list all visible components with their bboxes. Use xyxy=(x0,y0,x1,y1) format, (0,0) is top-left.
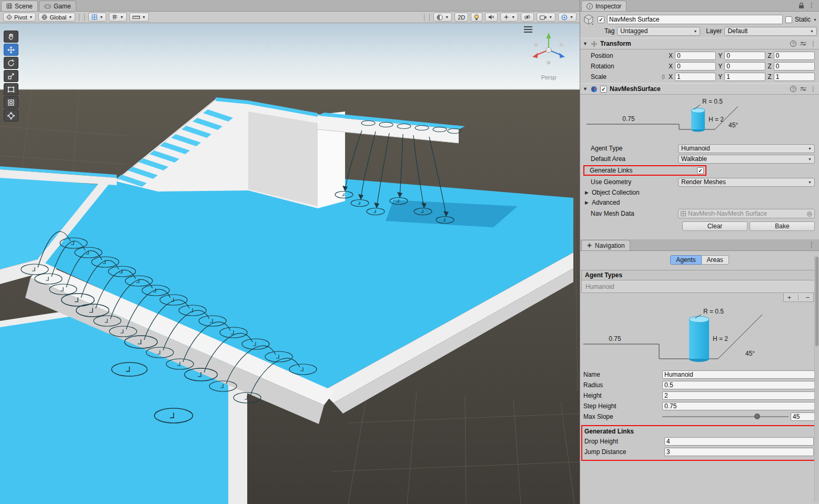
rotation-z-field[interactable] xyxy=(774,62,815,70)
measure-tool-button[interactable]: ▼ xyxy=(129,13,149,22)
max-slope-field[interactable] xyxy=(791,412,815,421)
navmeshsurface-header[interactable]: ▼ NavMeshSurface ? ⋮ xyxy=(580,83,819,95)
move-tool-button[interactable] xyxy=(4,44,18,56)
help-icon[interactable]: ? xyxy=(790,86,796,92)
radius-field[interactable] xyxy=(662,381,815,389)
scene-lighting-button[interactable] xyxy=(471,13,482,22)
inspector-menu-icon[interactable]: ⋮ xyxy=(808,2,815,9)
agent-type-item-humanoid[interactable]: Humanoid xyxy=(581,280,818,293)
foldout-icon[interactable]: ▼ xyxy=(583,41,588,46)
scale-y-field[interactable] xyxy=(724,73,765,81)
component-enabled-checkbox[interactable] xyxy=(600,86,607,93)
name-field[interactable] xyxy=(662,370,815,379)
height-label: Height xyxy=(583,392,660,399)
clear-button[interactable]: Clear xyxy=(682,221,747,231)
tab-navigation[interactable]: Navigation xyxy=(581,240,630,250)
constrain-proportions-icon[interactable] xyxy=(660,74,666,80)
layer-dropdown[interactable]: Default▼ xyxy=(724,27,817,36)
lock-icon[interactable] xyxy=(798,2,804,9)
presets-icon[interactable] xyxy=(800,86,806,92)
default-area-value: Walkable xyxy=(681,155,707,163)
object-picker-icon[interactable]: ◎ xyxy=(807,210,812,217)
transform-header[interactable]: ▼ Transform ? ⋮ xyxy=(580,38,819,49)
tab-scene[interactable]: Scene xyxy=(1,1,38,11)
max-slope-slider[interactable] xyxy=(662,412,788,421)
object-collection-foldout[interactable]: ▶Object Collection xyxy=(580,187,819,197)
gameobject-active-checkbox[interactable] xyxy=(598,16,604,23)
custom-tool-button[interactable] xyxy=(4,109,18,122)
component-menu-icon[interactable]: ⋮ xyxy=(810,40,816,47)
gameobject-name-field[interactable] xyxy=(607,15,783,24)
component-menu-icon[interactable]: ⋮ xyxy=(810,85,816,93)
transform-tool-button[interactable] xyxy=(4,96,18,108)
position-y-field[interactable] xyxy=(724,52,765,60)
shading-mode-button[interactable]: ▼ xyxy=(433,13,452,22)
grid-visibility-button[interactable]: ▼ xyxy=(88,13,106,22)
pivot-mode-button[interactable]: Pivot▼ xyxy=(3,13,36,22)
agent-diagram: R = 0.5 H = 2 0.75 45° xyxy=(582,97,817,141)
tab-game-label: Game xyxy=(54,3,71,10)
agent-type-dropdown[interactable]: Humanoid▼ xyxy=(678,144,815,153)
default-area-dropdown[interactable]: Walkable▼ xyxy=(678,155,815,164)
step-height-field[interactable] xyxy=(662,402,815,410)
static-label: Static xyxy=(795,16,811,23)
scene-visibility-button[interactable] xyxy=(521,13,534,22)
grid-icon xyxy=(92,14,97,20)
scale-z-field[interactable] xyxy=(774,73,815,81)
mesh-asset-icon xyxy=(681,211,686,216)
jump-distance-field[interactable] xyxy=(664,448,814,456)
camera-settings-button[interactable]: ▼ xyxy=(537,13,555,22)
presets-icon[interactable] xyxy=(800,41,806,46)
drop-height-field[interactable] xyxy=(664,437,814,446)
scene-canvas[interactable]: Persp xyxy=(0,23,580,504)
generate-links-checkbox[interactable] xyxy=(697,167,704,174)
snap-settings-button[interactable]: ▼ xyxy=(109,13,127,22)
scene-viewport[interactable]: Persp xyxy=(0,23,580,504)
scene-audio-button[interactable] xyxy=(485,13,498,22)
scrollbar-thumb[interactable] xyxy=(815,257,818,346)
perspective-label[interactable]: Persp xyxy=(541,74,557,80)
global-mode-button[interactable]: Global▼ xyxy=(38,13,75,22)
scale-x-field[interactable] xyxy=(675,73,716,81)
static-dropdown-icon[interactable]: ▼ xyxy=(813,18,817,22)
areas-tab[interactable]: Areas xyxy=(702,255,729,265)
generated-links-header: Generated Links xyxy=(584,428,634,435)
tag-dropdown[interactable]: Untagged▼ xyxy=(617,27,700,36)
position-x-field[interactable] xyxy=(675,52,716,60)
remove-agent-button[interactable]: − xyxy=(806,294,810,301)
rotation-y-field[interactable] xyxy=(724,62,765,70)
static-checkbox[interactable] xyxy=(785,16,792,23)
scale-tool-button[interactable] xyxy=(4,70,18,82)
rotate-tool-button[interactable] xyxy=(4,57,18,69)
gamepad-icon xyxy=(44,4,51,9)
rotation-x-field[interactable] xyxy=(675,62,716,70)
height-field[interactable] xyxy=(662,391,815,400)
help-icon[interactable]: ? xyxy=(790,41,796,47)
gizmos-button[interactable]: ▼ xyxy=(558,13,577,22)
nav-mesh-data-field[interactable]: NavMesh-NavMesh Surface ◎ xyxy=(678,209,815,218)
diagram-height-label: H = 2 xyxy=(709,116,724,123)
gizmo-target-icon xyxy=(561,14,568,21)
navigation-menu-icon[interactable]: ⋮ xyxy=(808,241,815,248)
position-z-field[interactable] xyxy=(774,52,815,60)
add-agent-button[interactable]: + xyxy=(787,294,792,301)
foldout-icon[interactable]: ▼ xyxy=(583,86,588,92)
global-label: Global xyxy=(49,14,66,21)
navigation-scrollbar[interactable] xyxy=(814,256,818,502)
toolbar-separator xyxy=(79,14,79,21)
advanced-foldout[interactable]: ▶Advanced xyxy=(580,197,819,207)
bake-button[interactable]: Bake xyxy=(750,221,815,231)
scene-overlay-menu-icon[interactable] xyxy=(524,26,532,33)
tab-game[interactable]: Game xyxy=(39,1,76,11)
tab-inspector[interactable]: i Inspector xyxy=(581,1,626,11)
use-geometry-dropdown[interactable]: Render Meshes▼ xyxy=(678,178,815,187)
agent-types-list: Agent Types Humanoid + − xyxy=(580,268,819,302)
agents-tab[interactable]: Agents xyxy=(670,255,701,265)
scene-effects-button[interactable]: ▼ xyxy=(500,13,518,22)
slider-knob[interactable] xyxy=(754,414,760,419)
gameobject-cube-icon[interactable] xyxy=(582,13,595,26)
hand-tool-button[interactable] xyxy=(4,31,18,43)
rect-tool-button[interactable] xyxy=(4,83,18,95)
2d-toggle-button[interactable]: 2D xyxy=(454,13,468,22)
agent-type-label: Agent Type xyxy=(583,145,676,152)
